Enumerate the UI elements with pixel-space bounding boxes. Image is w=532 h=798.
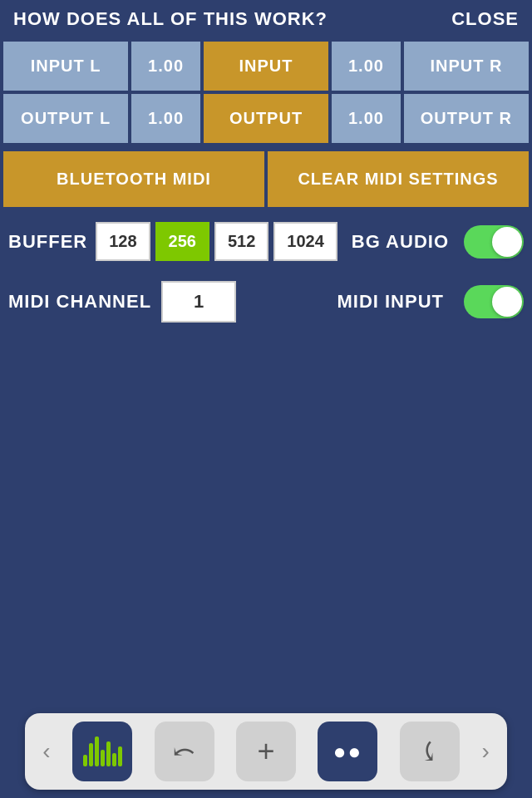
midi-channel-label: MIDI CHANNEL [8,291,151,313]
header: HOW DOES ALL OF THIS WORK? CLOSE [0,0,532,38]
buffer-512[interactable]: 512 [214,222,268,261]
add-icon: + [257,734,274,769]
input-r-value[interactable]: 1.00 [332,42,401,91]
output-row: OUTPUT L 1.00 OUTPUT 1.00 OUTPUT R [0,92,532,146]
midi-input-label: MIDI INPUT [337,291,444,313]
buffer-128[interactable]: 128 [96,222,150,261]
toolbar-dots-button[interactable]: ●● [318,722,377,781]
toolbar-forward-button[interactable]: ⤹ [400,722,460,781]
waveform-icon [83,736,122,766]
back-arrow-icon: ⤺ [173,736,195,767]
buffer-256[interactable]: 256 [155,222,209,261]
toolbar-back-button[interactable]: ⤺ [155,722,214,781]
output-r-value[interactable]: 1.00 [332,94,401,143]
output-r-label[interactable]: OUTPUT R [404,94,529,143]
bluetooth-midi-button[interactable]: BLUETOOTH MIDI [3,151,264,207]
bg-audio-toggle[interactable] [464,225,524,259]
bg-audio-toggle-knob [492,227,522,257]
output-center[interactable]: OUTPUT [204,94,328,143]
page-title: HOW DOES ALL OF THIS WORK? [13,8,328,30]
input-l-label[interactable]: INPUT L [3,42,128,91]
output-l-label[interactable]: OUTPUT L [3,94,128,143]
buffer-1024[interactable]: 1024 [273,222,337,261]
toolbar-add-button[interactable]: + [236,722,296,781]
bg-audio-label: BG AUDIO [352,231,449,253]
midi-input-toggle[interactable] [464,285,524,318]
toolbar-left-arrow[interactable]: ‹ [42,738,50,765]
input-center[interactable]: INPUT [204,42,328,91]
input-row: INPUT L 1.00 INPUT 1.00 INPUT R [0,38,532,92]
action-row: BLUETOOTH MIDI CLEAR MIDI SETTINGS [0,148,532,210]
dots-icon: ●● [333,739,362,765]
midi-input-toggle-knob [492,287,522,317]
close-button[interactable]: CLOSE [451,8,519,30]
midi-channel-row: MIDI CHANNEL 1 MIDI INPUT [0,273,532,331]
buffer-label: BUFFER [8,231,87,253]
input-l-value[interactable]: 1.00 [131,42,200,91]
input-r-label[interactable]: INPUT R [404,42,529,91]
bottom-toolbar: ‹ ⤺ + ●● ⤹ › [25,713,507,790]
buffer-row: BUFFER 128 256 512 1024 BG AUDIO [0,210,532,273]
toolbar-right-arrow[interactable]: › [481,738,489,765]
midi-channel-input[interactable]: 1 [161,281,236,323]
clear-midi-button[interactable]: CLEAR MIDI SETTINGS [268,151,529,207]
forward-arrow-icon: ⤹ [418,736,441,767]
output-l-value[interactable]: 1.00 [131,94,200,143]
toolbar-waveform-button[interactable] [72,722,132,781]
